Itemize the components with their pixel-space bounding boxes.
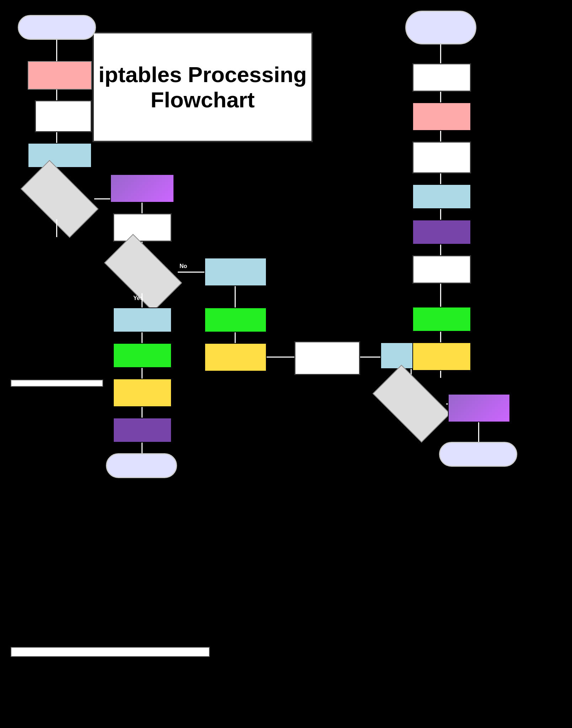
line1 <box>56 90 57 100</box>
nat-output <box>412 220 471 245</box>
line-so-down <box>440 371 441 378</box>
local-processing <box>106 453 177 478</box>
line-ro2-down <box>440 131 441 141</box>
connection-tracking-right <box>412 141 471 173</box>
for-this-host-diamond <box>108 252 178 293</box>
routing-decision-1 <box>113 213 172 242</box>
line9 <box>141 443 143 453</box>
line7 <box>141 368 143 379</box>
line-rd2-down <box>440 284 441 307</box>
note-box <box>11 380 103 387</box>
line-rd-down <box>440 92 441 102</box>
incoming-packet <box>18 15 96 40</box>
line2 <box>56 132 57 143</box>
no-label: No <box>180 263 187 269</box>
line-ls-down <box>56 219 57 237</box>
filter-output <box>412 307 471 332</box>
security-input <box>113 379 172 407</box>
line-for-host-no <box>178 272 206 273</box>
mangle-input <box>113 307 172 332</box>
line-ct-down <box>440 173 441 184</box>
line-ro-right <box>360 357 381 358</box>
filter-forward <box>204 307 267 332</box>
security-output <box>412 342 471 371</box>
locally-generated-packet <box>405 11 476 44</box>
line4 <box>141 203 143 213</box>
routing-decision-top-right <box>412 63 471 92</box>
routing-decision-right2 <box>412 255 471 284</box>
line11 <box>235 332 236 343</box>
line-no-down <box>440 245 441 255</box>
line6 <box>141 332 143 343</box>
yes-label: Yes <box>133 295 143 301</box>
line-nat-to-outgoing <box>478 422 479 442</box>
line-fo-down <box>440 332 441 343</box>
line-ld-h <box>446 403 448 405</box>
title-text: iptables Processing Flowchart <box>94 62 311 113</box>
line-source-to-nat <box>94 198 112 199</box>
filter-input <box>113 343 172 368</box>
mangle-forward <box>204 258 267 286</box>
line-incoming-down <box>56 40 57 61</box>
mangle-output <box>412 184 471 209</box>
nat-postrouting <box>448 394 510 422</box>
raw-prerouting <box>28 61 92 90</box>
line-sf-right <box>267 357 295 358</box>
connection-tracking-left <box>35 100 92 132</box>
localhost-source-diamond <box>25 178 94 219</box>
raw-output <box>412 102 471 131</box>
footer-box <box>11 647 210 657</box>
line-lg-down <box>440 44 441 64</box>
title-box: iptables Processing Flowchart <box>92 32 313 142</box>
line10 <box>235 286 236 307</box>
nat-input <box>113 418 172 443</box>
release-outbound <box>294 341 360 375</box>
line8 <box>141 407 143 418</box>
outgoing-packet <box>439 442 517 467</box>
localhost-dest-diamond <box>377 383 446 424</box>
nat-prerouting <box>110 174 174 203</box>
line-mo-down <box>440 209 441 220</box>
security-forward <box>204 343 267 371</box>
mangle-prerouting <box>28 143 92 168</box>
